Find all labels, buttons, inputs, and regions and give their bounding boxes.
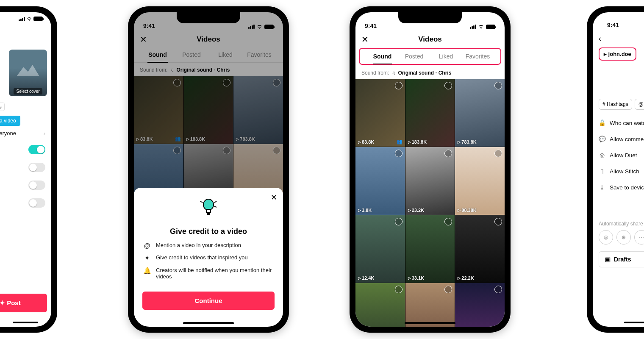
- phone-2-videos-modal: 9:41 ✕ Videos Sound Posted Liked Favorit…: [128, 6, 289, 333]
- share-more-icon[interactable]: ⋯: [634, 230, 644, 245]
- back-icon[interactable]: ‹: [599, 33, 644, 45]
- people-icon: 👥: [397, 139, 402, 144]
- bell-icon: 🔔: [143, 267, 151, 275]
- drafts-button[interactable]: ▣Drafts: [599, 251, 644, 267]
- continue-button[interactable]: Continue: [142, 292, 275, 310]
- credit-modal: ✕ Give credit to a video @Mention a vide…: [134, 188, 283, 327]
- share-label: Automatically share to:: [599, 221, 644, 227]
- battery-icon: [486, 25, 495, 29]
- phone-3-videos-grid: 9:41 ✕ Videos Sound Posted Liked Favorit…: [350, 6, 511, 333]
- svg-line-5: [214, 206, 217, 207]
- toggle-row-4[interactable]: [0, 194, 47, 212]
- video-cell[interactable]: 183.8K: [405, 79, 455, 147]
- tabs-annotation: Sound Posted Liked Favorites: [359, 48, 501, 65]
- toggle-row-2[interactable]: [0, 158, 47, 176]
- video-cell[interactable]: [455, 283, 505, 327]
- svg-line-3: [200, 201, 203, 203]
- chip-eos[interactable]: eos: [0, 103, 5, 111]
- wifi-icon: [26, 17, 32, 21]
- row-allow-duet[interactable]: ◎Allow Duet: [599, 147, 644, 163]
- tab-posted[interactable]: Posted: [398, 49, 430, 64]
- video-cell[interactable]: 783.8K: [455, 79, 505, 147]
- toggle-row-1[interactable]: [0, 141, 47, 158]
- tab-favorites[interactable]: Favorites: [462, 49, 494, 64]
- lightbulb-icon: [142, 195, 275, 227]
- comment-icon: 💬: [599, 136, 605, 142]
- svg-rect-1: [206, 209, 211, 213]
- music-note-icon: ♫: [391, 70, 395, 76]
- sound-meta: Sound from: ♫ Original sound - Chris: [355, 66, 505, 79]
- row-everyone[interactable]: Everyone›: [0, 126, 47, 141]
- drafts-icon: ▣: [605, 256, 611, 263]
- mentions-button[interactable]: @ Ment: [635, 99, 644, 110]
- row-allow-comments[interactable]: 💬Allow comments: [599, 131, 644, 147]
- modal-line-3: 🔔Creators will be notified when you ment…: [143, 267, 274, 280]
- toggle-off[interactable]: [28, 163, 45, 172]
- wifi-icon: [478, 24, 484, 29]
- stitch-icon: ▯: [599, 168, 605, 175]
- video-cell[interactable]: 12.4K: [355, 215, 405, 283]
- signal-icon: [470, 25, 476, 29]
- status-time: 9:41: [599, 17, 644, 33]
- phone-1-post-screen: s, orou Select cover eos o a video Every…: [0, 6, 57, 333]
- video-grid: 83.8K👥 183.8K 783.8K 3.8K 23.2K 88.38K 1…: [355, 79, 505, 327]
- download-icon: ⤓: [599, 184, 605, 191]
- video-cell[interactable]: 83.8K👥: [355, 79, 405, 147]
- video-cell[interactable]: 33.1K: [405, 215, 455, 283]
- status-icons: [0, 17, 47, 21]
- cover-thumbnail[interactable]: Select cover: [9, 50, 47, 96]
- post-button[interactable]: ✦ Post: [0, 294, 47, 312]
- row-allow-stitch[interactable]: ▯Allow Stitch: [599, 163, 644, 179]
- modal-title: Give credit to a video: [142, 227, 275, 236]
- row-who-can-watch[interactable]: 🔓Who can watch t: [599, 115, 644, 131]
- svg-rect-2: [207, 213, 210, 215]
- toggle-off[interactable]: [28, 181, 45, 190]
- hashtags-button[interactable]: # Hashtags: [599, 99, 632, 110]
- toggle-off[interactable]: [28, 198, 45, 208]
- duet-icon: ◎: [599, 152, 605, 158]
- share-stories-icon[interactable]: ⊕: [616, 230, 631, 245]
- video-cell[interactable]: 23.2K: [405, 147, 455, 214]
- svg-point-0: [203, 199, 214, 210]
- tab-liked[interactable]: Liked: [430, 49, 462, 64]
- close-icon[interactable]: ✕: [361, 34, 369, 44]
- video-cell[interactable]: [405, 283, 455, 327]
- lock-icon: 🔓: [599, 119, 605, 126]
- video-cell[interactable]: 22.2K: [455, 215, 505, 283]
- select-cover-label: Select cover: [14, 88, 42, 94]
- modal-line-1: @Mention a video in your description: [143, 242, 274, 249]
- bulb-small-icon: ✦: [143, 254, 151, 262]
- phone-4-post-options: 9:41 ‹ ▸ john.doe # Hashtags @ Ment 🔓Who…: [587, 6, 644, 333]
- toggle-on[interactable]: [28, 145, 45, 154]
- tab-sound[interactable]: Sound: [366, 49, 398, 64]
- header: ✕ Videos: [355, 31, 505, 47]
- svg-line-4: [214, 201, 217, 203]
- toggle-row-3[interactable]: [0, 176, 47, 194]
- page-title: Videos: [355, 35, 505, 44]
- video-cell[interactable]: [355, 283, 405, 327]
- at-icon: @: [143, 242, 151, 249]
- status-time: 9:41: [365, 22, 377, 29]
- video-cell[interactable]: 3.8K: [355, 147, 405, 214]
- pill-to-video[interactable]: o a video: [0, 116, 20, 126]
- share-instagram-icon[interactable]: ◎: [599, 230, 613, 245]
- row-save-to-device[interactable]: ⤓Save to device: [599, 179, 644, 195]
- modal-line-2: ✦Give credit to videos that inspired you: [143, 254, 274, 262]
- mention-chip-annotation[interactable]: ▸ john.doe: [599, 47, 636, 61]
- close-modal-icon[interactable]: ✕: [271, 193, 277, 202]
- video-cell[interactable]: 88.38K: [455, 147, 505, 214]
